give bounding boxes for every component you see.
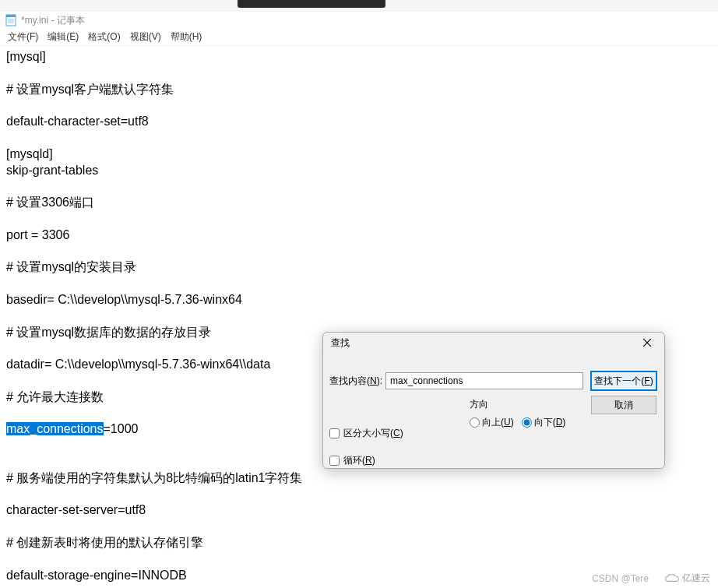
radio-up-input[interactable] — [470, 417, 480, 428]
editor-line: # 设置mysql的安装目录 — [6, 259, 712, 276]
editor-line: [mysqld] — [6, 146, 712, 163]
editor-line: default-character-set=utf8 — [6, 114, 712, 130]
menu-file[interactable]: 文件(F) — [8, 30, 38, 44]
find-dialog-body: 查找内容(N): 查找下一个(F) 取消 方向 向上(U) 向下(D) 区分大小… — [323, 353, 664, 468]
find-dialog: 查找 查找内容(N): 查找下一个(F) 取消 方向 向上(U) 向下(D) — [322, 332, 665, 469]
editor-line — [6, 308, 712, 325]
wrap-around-input[interactable] — [329, 456, 340, 466]
editor-line — [6, 130, 712, 146]
menu-view[interactable]: 视图(V) — [130, 30, 161, 44]
match-case-checkbox[interactable]: 区分大小写(C) — [329, 427, 403, 440]
watermark: CSDN @Tere 亿速云 — [592, 572, 710, 585]
menu-help[interactable]: 帮助(H) — [171, 30, 202, 44]
window-title: *my.ini - 记事本 — [21, 14, 85, 27]
close-icon[interactable] — [638, 335, 656, 350]
cloud-icon — [664, 573, 680, 584]
find-what-label: 查找内容(N): — [329, 375, 382, 388]
editor-line — [6, 211, 712, 227]
editor-line — [6, 519, 712, 535]
editor-line: # 服务端使用的字符集默认为8比特编码的latin1字符集 — [6, 470, 712, 487]
selection-highlight: max_connections — [6, 422, 104, 435]
notepad-icon — [5, 14, 17, 26]
editor-line: # 创建新表时将使用的默认存储引擎 — [6, 535, 712, 551]
editor-line — [6, 487, 712, 503]
editor-line: basedir= C:\\develop\\mysql-5.7.36-winx6… — [6, 292, 712, 308]
editor-line — [6, 178, 712, 195]
taskbar-thumb-dark — [238, 0, 385, 8]
radio-down-input[interactable] — [522, 417, 532, 428]
editor-line: skip-grant-tables — [6, 163, 712, 179]
editor-line: port = 3306 — [6, 227, 712, 244]
editor-line: # 设置mysql客户端默认字符集 — [6, 82, 712, 98]
direction-label: 方向 — [470, 398, 583, 411]
find-next-button[interactable]: 查找下一个(F) — [591, 371, 656, 390]
cancel-button[interactable]: 取消 — [591, 396, 656, 414]
find-dialog-titlebar: 查找 — [323, 333, 664, 353]
menu-edit[interactable]: 编辑(E) — [48, 30, 79, 44]
window-title-bar: *my.ini - 记事本 — [0, 12, 718, 29]
editor-line: character-set-server=utf8 — [6, 502, 712, 519]
editor-line — [6, 276, 712, 292]
direction-up-radio[interactable]: 向上(U) — [470, 416, 514, 429]
menu-bar: 文件(F) 编辑(E) 格式(O) 视图(V) 帮助(H) — [0, 29, 718, 46]
watermark-yisu: 亿速云 — [664, 572, 710, 585]
wrap-around-checkbox[interactable]: 循环(R) — [329, 454, 375, 467]
svg-rect-1 — [6, 15, 16, 17]
find-dialog-title: 查找 — [331, 336, 350, 350]
watermark-csdn: CSDN @Tere — [592, 573, 649, 584]
match-case-input[interactable] — [329, 428, 340, 438]
direction-group: 方向 向上(U) 向下(D) — [470, 398, 583, 435]
find-what-input[interactable] — [385, 372, 583, 389]
editor-line — [6, 551, 712, 568]
text-editor-content[interactable]: [mysql]# 设置mysql客户端默认字符集default-characte… — [0, 46, 718, 586]
editor-line — [6, 97, 712, 114]
direction-down-radio[interactable]: 向下(D) — [522, 416, 566, 429]
taskbar-thumbs — [0, 0, 718, 12]
editor-text: =1000 — [104, 422, 139, 435]
editor-line: # 设置3306端口 — [6, 195, 712, 211]
editor-line — [6, 244, 712, 260]
menu-format[interactable]: 格式(O) — [88, 30, 120, 44]
editor-line — [6, 65, 712, 82]
editor-line: [mysql] — [6, 49, 712, 65]
